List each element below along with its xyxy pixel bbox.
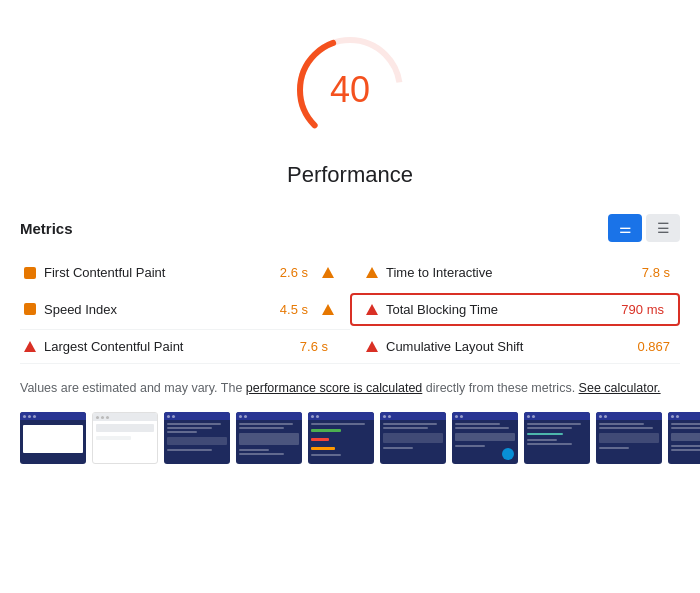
screenshot-thumb[interactable] — [596, 412, 662, 464]
metric-value: 7.8 s — [642, 265, 670, 280]
orange-square-icon — [24, 267, 36, 279]
red-triangle-icon — [366, 304, 378, 315]
screenshot-thumb[interactable] — [668, 412, 700, 464]
gauge-score: 40 — [330, 69, 370, 111]
metric-name: Largest Contentful Paint — [44, 339, 292, 354]
gauge-section: 40 Performance — [0, 0, 700, 214]
metric-value: 4.5 s — [280, 302, 308, 317]
screenshot-thumb[interactable] — [236, 412, 302, 464]
metric-name: Speed Index — [44, 302, 272, 317]
screenshot-thumb[interactable] — [20, 412, 86, 464]
orange-triangle-icon — [366, 267, 378, 278]
metric-value: 790 ms — [621, 302, 664, 317]
metrics-header: Metrics ⚌ ☰ — [20, 214, 680, 242]
metric-row: Speed Index 4.5 s — [20, 289, 350, 330]
screenshot-thumb[interactable] — [164, 412, 230, 464]
screenshot-thumb[interactable] — [452, 412, 518, 464]
performance-score-link[interactable]: performance score is calculated — [246, 381, 422, 395]
gauge-container: 40 — [290, 30, 410, 150]
orange-triangle-icon — [322, 267, 334, 278]
metric-name: Cumulative Layout Shift — [386, 339, 629, 354]
performance-title: Performance — [287, 162, 413, 188]
metric-value: 2.6 s — [280, 265, 308, 280]
note-section: Values are estimated and may vary. The p… — [0, 364, 700, 412]
red-triangle-icon — [24, 341, 36, 352]
metrics-section-label: Metrics — [20, 220, 73, 237]
metric-name: Time to Interactive — [386, 265, 634, 280]
grid-view-button[interactable]: ⚌ — [608, 214, 642, 242]
screenshot-thumb[interactable] — [92, 412, 158, 464]
metric-row: Time to Interactive 7.8 s — [350, 256, 680, 289]
red-triangle-icon — [366, 341, 378, 352]
metric-row-highlighted: Total Blocking Time 790 ms — [350, 293, 680, 326]
note-text: Values are estimated and may vary. The — [20, 381, 246, 395]
orange-square-icon — [24, 303, 36, 315]
note-text-mid: directly from these metrics. — [422, 381, 578, 395]
metrics-section: Metrics ⚌ ☰ First Contentful Paint 2.6 s… — [0, 214, 700, 364]
metric-row: Cumulative Layout Shift 0.867 — [350, 330, 680, 363]
screenshot-thumb[interactable] — [524, 412, 590, 464]
view-toggle: ⚌ ☰ — [608, 214, 680, 242]
metric-row: First Contentful Paint 2.6 s — [20, 256, 350, 289]
screenshot-thumb[interactable] — [308, 412, 374, 464]
orange-triangle-icon-inline — [322, 304, 334, 315]
calculator-link[interactable]: See calculator. — [579, 381, 661, 395]
metric-name: First Contentful Paint — [44, 265, 272, 280]
metric-value: 0.867 — [637, 339, 670, 354]
metric-value: 7.6 s — [300, 339, 328, 354]
screenshots-section — [0, 412, 700, 484]
screenshot-thumb[interactable] — [380, 412, 446, 464]
metric-row: Largest Contentful Paint 7.6 s — [20, 330, 350, 363]
list-view-button[interactable]: ☰ — [646, 214, 680, 242]
metric-name: Total Blocking Time — [386, 302, 613, 317]
